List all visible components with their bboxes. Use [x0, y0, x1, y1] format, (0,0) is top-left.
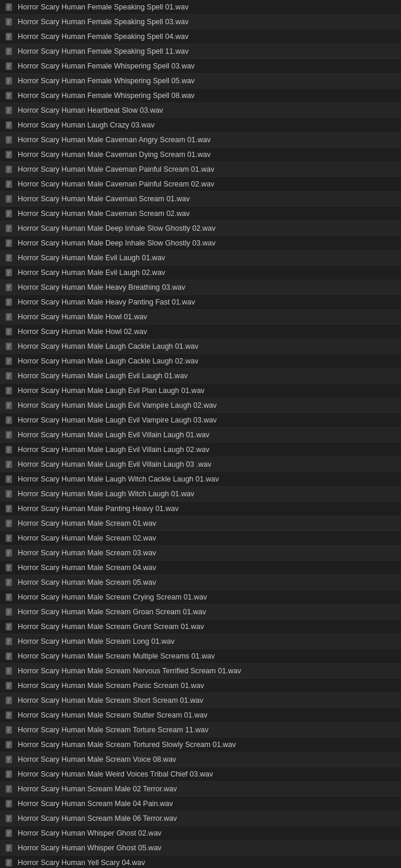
- list-item[interactable]: Horror Scary Human Scream Male 02 Terror…: [0, 782, 401, 797]
- audio-file-icon: [5, 415, 14, 425]
- list-item[interactable]: Horror Scary Human Male Caveman Scream 0…: [0, 192, 401, 207]
- audio-file-icon: [5, 666, 14, 676]
- svg-rect-1: [7, 5, 11, 5]
- svg-rect-233: [7, 493, 11, 493]
- file-name-label: Horror Scary Human Male Scream Tortured …: [18, 741, 236, 749]
- svg-rect-302: [7, 639, 11, 640]
- svg-point-130: [8, 274, 9, 276]
- list-item[interactable]: Horror Scary Human Male Evil Laugh 02.wa…: [0, 266, 401, 280]
- file-name-label: Horror Scary Human Male Laugh Evil Villa…: [18, 460, 211, 469]
- file-name-label: Horror Scary Human Male Laugh Witch Cack…: [18, 475, 219, 483]
- list-item[interactable]: Horror Scary Human Male Laugh Evil Villa…: [0, 428, 401, 443]
- list-item[interactable]: Horror Scary Human Male Scream 04.wav: [0, 561, 401, 575]
- list-item[interactable]: Horror Scary Human Male Scream Groan Scr…: [0, 605, 401, 620]
- list-item[interactable]: Horror Scary Human Male Laugh Witch Cack…: [0, 472, 401, 487]
- svg-point-333: [8, 702, 9, 703]
- list-item[interactable]: Horror Scary Human Male Laugh Evil Vampi…: [0, 398, 401, 413]
- list-item[interactable]: Horror Scary Human Female Speaking Spell…: [0, 15, 401, 30]
- svg-point-74: [8, 156, 9, 158]
- list-item[interactable]: Horror Scary Human Male Weird Voices Tri…: [0, 767, 401, 782]
- svg-rect-121: [7, 257, 11, 257]
- list-item[interactable]: Horror Scary Human Male Scream 02.wav: [0, 531, 401, 546]
- file-name-label: Horror Scary Human Male Scream Voice 08.…: [18, 755, 176, 764]
- list-item[interactable]: Horror Scary Human Male Caveman Dying Sc…: [0, 148, 401, 162]
- svg-rect-2: [7, 6, 11, 6]
- svg-point-11: [8, 23, 9, 25]
- svg-rect-380: [7, 803, 11, 803]
- svg-point-263: [8, 554, 9, 556]
- list-item[interactable]: Horror Scary Human Male Scream Tortured …: [0, 738, 401, 752]
- svg-rect-407: [7, 860, 11, 861]
- list-item[interactable]: Horror Scary Human Male Laugh Cackle Lau…: [0, 339, 401, 354]
- list-item[interactable]: Horror Scary Human Heartbeat Slow 03.wav: [0, 103, 401, 118]
- list-item[interactable]: Horror Scary Human Male Scream Crying Sc…: [0, 590, 401, 605]
- audio-file-icon: [5, 120, 14, 130]
- list-item[interactable]: Horror Scary Human Male Laugh Evil Villa…: [0, 457, 401, 472]
- svg-rect-296: [7, 625, 11, 626]
- list-item[interactable]: Horror Scary Human Male Laugh Evil Plan …: [0, 384, 401, 398]
- list-item[interactable]: Horror Scary Human Male Scream Grunt Scr…: [0, 620, 401, 634]
- list-item[interactable]: Horror Scary Human Female Speaking Spell…: [0, 0, 401, 15]
- list-item[interactable]: Horror Scary Human Laugh Crazy 03.wav: [0, 118, 401, 133]
- list-item[interactable]: Horror Scary Human Male Laugh Evil Laugh…: [0, 369, 401, 384]
- svg-rect-205: [7, 434, 11, 434]
- list-item[interactable]: Horror Scary Human Male Laugh Evil Vampi…: [0, 413, 401, 428]
- list-item[interactable]: Horror Scary Human Male Scream 03.wav: [0, 546, 401, 561]
- audio-file-icon: [5, 504, 14, 513]
- list-item[interactable]: Horror Scary Human Male Howl 01.wav: [0, 310, 401, 325]
- list-item[interactable]: Horror Scary Human Scream Male 06 Terror…: [0, 811, 401, 826]
- file-list: Horror Scary Human Female Speaking Spell…: [0, 0, 401, 868]
- list-item[interactable]: Horror Scary Human Male Scream Multiple …: [0, 649, 401, 664]
- file-name-label: Horror Scary Human Male Evil Laugh 01.wa…: [18, 254, 165, 262]
- audio-file-icon: [5, 681, 14, 690]
- list-item[interactable]: Horror Scary Human Male Caveman Scream 0…: [0, 207, 401, 221]
- list-item[interactable]: Horror Scary Human Male Caveman Painful …: [0, 162, 401, 177]
- svg-rect-379: [7, 801, 11, 802]
- svg-point-88: [8, 185, 9, 187]
- file-name-label: Horror Scary Human Male Laugh Evil Villa…: [18, 431, 209, 439]
- svg-rect-106: [7, 226, 11, 227]
- list-item[interactable]: Horror Scary Human Male Scream Voice 08.…: [0, 752, 401, 767]
- list-item[interactable]: Horror Scary Human Male Scream Panic Scr…: [0, 679, 401, 693]
- list-item[interactable]: Horror Scary Human Male Laugh Witch Laug…: [0, 487, 401, 502]
- list-item[interactable]: Horror Scary Human Male Howl 02.wav: [0, 325, 401, 339]
- svg-rect-372: [7, 787, 11, 787]
- list-item[interactable]: Horror Scary Human Male Deep Inhale Slow…: [0, 221, 401, 236]
- list-item[interactable]: Horror Scary Human Male Scream Short Scr…: [0, 693, 401, 708]
- list-item[interactable]: Horror Scary Human Male Laugh Cackle Lau…: [0, 354, 401, 369]
- list-item[interactable]: Horror Scary Human Female Speaking Spell…: [0, 30, 401, 44]
- list-item[interactable]: Horror Scary Human Male Scream Long 01.w…: [0, 634, 401, 649]
- list-item[interactable]: Horror Scary Human Male Scream Stutter S…: [0, 708, 401, 723]
- svg-point-116: [8, 244, 9, 246]
- list-item[interactable]: Horror Scary Human Scream Male 04 Pain.w…: [0, 797, 401, 811]
- list-item[interactable]: Horror Scary Human Male Deep Inhale Slow…: [0, 236, 401, 251]
- list-item[interactable]: Horror Scary Human Male Laugh Evil Villa…: [0, 443, 401, 457]
- list-item[interactable]: Horror Scary Human Female Whispering Spe…: [0, 59, 401, 74]
- list-item[interactable]: Horror Scary Human Male Heavy Breathing …: [0, 280, 401, 295]
- svg-rect-337: [7, 713, 11, 713]
- list-item[interactable]: Horror Scary Human Male Scream Torture S…: [0, 723, 401, 738]
- svg-rect-253: [7, 536, 11, 536]
- audio-file-icon: [5, 224, 14, 233]
- list-item[interactable]: Horror Scary Human Male Heavy Panting Fa…: [0, 295, 401, 310]
- list-item[interactable]: Horror Scary Human Male Scream 01.wav: [0, 516, 401, 531]
- audio-file-icon: [5, 2, 14, 12]
- svg-rect-114: [7, 242, 11, 243]
- svg-rect-8: [7, 19, 11, 20]
- list-item[interactable]: Horror Scary Human Female Speaking Spell…: [0, 44, 401, 59]
- svg-rect-127: [7, 270, 11, 271]
- list-item[interactable]: Horror Scary Human Whisper Ghost 02.wav: [0, 826, 401, 841]
- list-item[interactable]: Horror Scary Human Male Scream 05.wav: [0, 575, 401, 590]
- list-item[interactable]: Horror Scary Human Female Whispering Spe…: [0, 89, 401, 103]
- list-item[interactable]: Horror Scary Human Male Evil Laugh 01.wa…: [0, 251, 401, 266]
- svg-rect-134: [7, 285, 11, 286]
- list-item[interactable]: Horror Scary Human Male Caveman Angry Sc…: [0, 133, 401, 148]
- list-item[interactable]: Horror Scary Human Female Whispering Spe…: [0, 74, 401, 89]
- list-item[interactable]: Horror Scary Human Male Panting Heavy 01…: [0, 502, 401, 516]
- audio-file-icon: [5, 32, 14, 41]
- list-item[interactable]: Horror Scary Human Male Scream Nervous T…: [0, 664, 401, 679]
- file-name-label: Horror Scary Human Male Howl 02.wav: [18, 327, 147, 336]
- list-item[interactable]: Horror Scary Human Male Caveman Painful …: [0, 177, 401, 192]
- list-item[interactable]: Horror Scary Human Yell Scary 04.wav: [0, 856, 401, 868]
- list-item[interactable]: Horror Scary Human Whisper Ghost 05.wav: [0, 841, 401, 856]
